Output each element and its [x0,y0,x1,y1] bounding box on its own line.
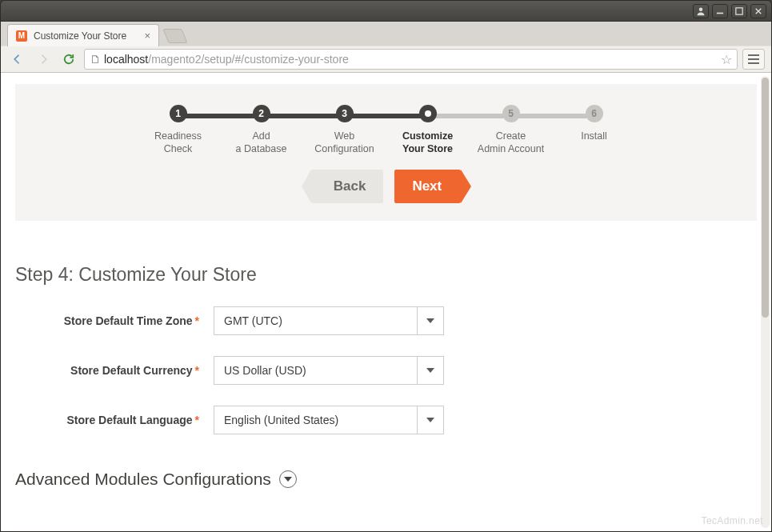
watermark-text: TecAdmin.net [701,515,763,526]
browser-tab-title: Customize Your Store [34,30,138,42]
bookmark-star-icon[interactable]: ☆ [721,52,732,67]
window-minimize-button[interactable] [712,4,728,18]
step-circle-6: 6 [586,105,603,122]
step-label: ReadinessCheck [154,130,202,155]
nav-forward-button[interactable] [33,50,54,69]
nav-reload-button[interactable] [58,50,79,69]
scrollbar-thumb[interactable] [762,78,769,318]
nav-back-button[interactable] [7,50,28,69]
window-close-button[interactable] [750,4,766,18]
step-label: CustomizeYour Store [402,130,453,155]
wizard-step-webconfig[interactable]: 3 WebConfiguration [303,105,386,155]
tab-close-icon[interactable]: × [144,30,150,42]
chevron-down-icon [279,470,297,488]
site-identity-icon: 🗋 [90,53,101,66]
page-viewport: 1 ReadinessCheck 2 Adda Database 3 WebCo… [1,73,771,531]
svg-rect-2 [736,7,742,14]
step-label: CreateAdmin Account [478,130,544,155]
svg-rect-1 [717,12,723,14]
next-button[interactable]: Next [394,170,461,203]
window-user-switch-button[interactable] [693,4,709,18]
step-circle-3: 3 [336,105,354,122]
vertical-scrollbar[interactable] [761,76,770,528]
window-titlebar [1,1,771,22]
step-circle-4 [419,105,437,122]
window-maximize-button[interactable] [731,4,747,18]
step-circle-1: 1 [170,105,187,122]
browser-toolbar: 🗋 localhost/magento2/setup/#/customize-y… [1,46,771,73]
advanced-modules-toggle[interactable]: Advanced Modules Configurations [15,470,757,489]
currency-dropdown-caret[interactable] [417,356,444,385]
setup-wizard-header: 1 ReadinessCheck 2 Adda Database 3 WebCo… [15,84,757,221]
browser-tab-active[interactable]: M Customize Your Store × [7,24,159,46]
step-label: Install [581,130,607,143]
browser-menu-button[interactable] [742,49,765,70]
new-tab-button[interactable] [162,29,187,43]
currency-select[interactable]: US Dollar (USD) [214,356,417,385]
wizard-step-readiness[interactable]: 1 ReadinessCheck [137,105,220,155]
step-circle-2: 2 [253,105,270,122]
customize-store-form: Store Default Time Zone* GMT (UTC) Store… [15,306,757,434]
language-dropdown-caret[interactable] [417,406,444,434]
language-select[interactable]: English (United States) [214,406,417,434]
url-text: localhost/magento2/setup/#/customize-you… [104,53,349,66]
address-bar[interactable]: 🗋 localhost/magento2/setup/#/customize-y… [84,49,738,70]
advanced-modules-label: Advanced Modules Configurations [15,470,271,489]
wizard-step-admin[interactable]: 5 CreateAdmin Account [470,105,553,155]
svg-point-0 [699,7,703,11]
wizard-step-database[interactable]: 2 Adda Database [220,105,303,155]
timezone-label: Store Default Time Zone* [15,314,202,327]
step-label: Adda Database [236,130,287,155]
magento-favicon: M [16,30,27,42]
wizard-step-customize[interactable]: CustomizeYour Store [386,105,470,155]
wizard-step-install[interactable]: 6 Install [553,105,636,155]
browser-tabstrip: M Customize Your Store × [1,22,771,46]
currency-label: Store Default Currency* [15,364,202,377]
page-title: Step 4: Customize Your Store [15,264,757,286]
language-label: Store Default Language* [15,414,202,426]
step-circle-5: 5 [502,105,520,122]
back-button[interactable]: Back [311,170,384,203]
step-label: WebConfiguration [314,130,374,155]
timezone-select[interactable]: GMT (UTC) [214,306,417,335]
timezone-dropdown-caret[interactable] [417,306,444,335]
